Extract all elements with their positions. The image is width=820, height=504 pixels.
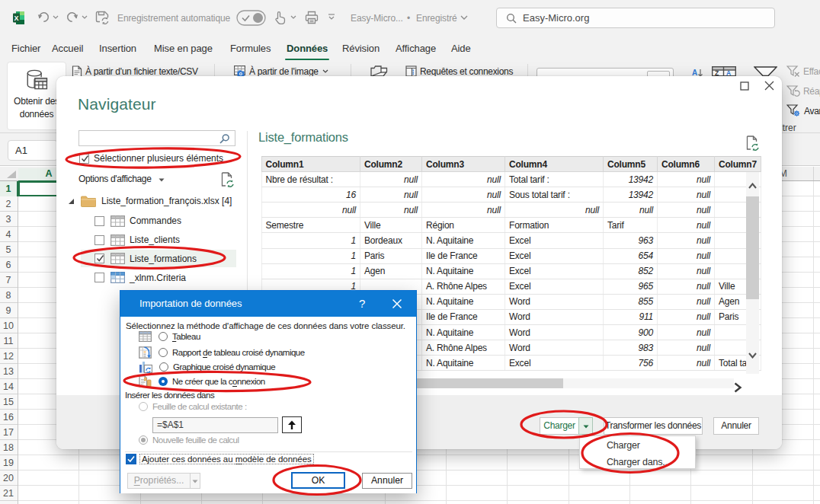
cell-reference-input[interactable]: =$A$1 — [152, 417, 278, 433]
row-headers[interactable]: 12345678910111213141516171819202122 — [0, 181, 18, 504]
refresh-preview-icon-left[interactable] — [221, 172, 234, 187]
row-header-4[interactable]: 4 — [0, 227, 17, 242]
preview-col-header[interactable]: Column7 — [715, 157, 761, 172]
tree-checkbox[interactable] — [94, 273, 104, 282]
vscroll-thumb[interactable] — [746, 196, 759, 299]
load-button[interactable]: Charger — [540, 417, 579, 435]
preview-vscrollbar[interactable] — [746, 172, 759, 374]
refresh-preview-icon-right[interactable] — [746, 136, 759, 151]
existing-sheet-radio[interactable] — [139, 402, 148, 411]
import-option-radio[interactable] — [159, 348, 168, 357]
import-option-radio[interactable] — [159, 377, 168, 386]
tree-item--xlnm-criteria[interactable]: _xlnm.Criteria — [94, 269, 186, 286]
undo-dropdown-icon[interactable] — [53, 15, 59, 19]
preview-col-header[interactable]: Column6 — [658, 157, 715, 172]
preview-col-header[interactable]: Column4 — [505, 157, 604, 172]
scroll-up-icon[interactable] — [748, 183, 757, 189]
clear-filter-button[interactable]: Effac — [786, 65, 820, 78]
import-option-graphique-crois-dynamique[interactable]: Graphique croisé dynamique — [139, 361, 275, 373]
tab-affichage[interactable]: Affichage — [396, 40, 436, 58]
touch-mode-dropdown-icon[interactable] — [290, 15, 296, 19]
row-header-1[interactable]: 1 — [0, 181, 18, 196]
display-options-dropdown[interactable]: Options d'affichage — [78, 174, 165, 184]
undo-icon[interactable] — [37, 11, 50, 24]
add-to-model-row[interactable]: Ajouter ces données au modèle de données — [126, 454, 313, 464]
collapse-dialog-button[interactable] — [282, 416, 302, 433]
navigator-cancel-button[interactable]: Annuler — [713, 417, 759, 435]
row-header-19[interactable]: 19 — [0, 455, 17, 471]
row-header-13[interactable]: 13 — [0, 364, 17, 379]
tab-formules[interactable]: Formules — [230, 40, 271, 58]
row-header-14[interactable]: 14 — [0, 379, 17, 394]
redo-icon[interactable] — [66, 11, 79, 24]
expand-preview-icon[interactable] — [733, 382, 742, 393]
qat-more-icon[interactable] — [328, 14, 335, 20]
tree-root-folder[interactable]: Liste_formation_françois.xlsx [4] — [56, 193, 232, 210]
tree-expander-icon[interactable] — [68, 198, 75, 205]
add-to-model-checkbox[interactable] — [126, 454, 136, 464]
touch-mode-icon[interactable] — [274, 11, 286, 24]
tree-checkbox[interactable] — [94, 254, 104, 263]
row-header-20[interactable]: 20 — [0, 471, 17, 486]
row-header-2[interactable]: 2 — [0, 196, 17, 212]
maximize-icon[interactable] — [740, 81, 749, 91]
tab-aide[interactable]: Aide — [451, 40, 471, 58]
import-option-radio[interactable] — [159, 332, 168, 341]
help-icon[interactable]: ? — [359, 297, 365, 310]
navigator-search-input[interactable] — [78, 130, 235, 146]
close-icon[interactable] — [764, 81, 774, 91]
tree-item-liste-clients[interactable]: Liste_clients — [94, 231, 180, 249]
select-multiple-row[interactable]: Sélectionner plusieurs éléments — [79, 153, 223, 164]
redo-dropdown-icon[interactable] — [82, 15, 88, 19]
row-header-8[interactable]: 8 — [0, 288, 17, 303]
tree-item-commandes[interactable]: Commandes — [94, 212, 181, 230]
preview-col-header[interactable]: Column1 — [261, 157, 360, 172]
row-header-5[interactable]: 5 — [0, 242, 17, 257]
preview-col-header[interactable]: Column3 — [422, 157, 505, 172]
tab-fichier[interactable]: Fichier — [11, 40, 40, 58]
existing-sheet-option[interactable]: Feuille de calcul existante : — [139, 402, 247, 411]
reapply-filter-button[interactable]: Réap — [786, 85, 820, 97]
name-box[interactable]: A1 — [8, 140, 58, 161]
quick-print-icon[interactable] — [305, 11, 319, 24]
tree-item-liste-formations[interactable]: Liste_formations — [81, 250, 236, 267]
ok-button[interactable]: OK — [291, 472, 345, 489]
row-header-6[interactable]: 6 — [0, 257, 17, 273]
row-header-11[interactable]: 11 — [0, 333, 17, 349]
properties-dropdown-button[interactable] — [190, 473, 200, 489]
row-header-12[interactable]: 12 — [0, 349, 17, 364]
autosave-toggle[interactable] — [236, 10, 266, 26]
select-all-corner[interactable] — [6, 171, 17, 179]
tab-accueil[interactable]: Accueil — [52, 40, 83, 58]
save-sync-icon[interactable] — [95, 11, 109, 24]
tab-donn-es[interactable]: Données — [287, 40, 328, 58]
sort-dialog-icon[interactable]: Z A — [712, 66, 736, 76]
document-name[interactable]: Easy-Micro... — [351, 13, 403, 24]
close-icon[interactable] — [392, 298, 402, 309]
recent-sources-icon[interactable] — [370, 65, 388, 77]
preview-col-header[interactable]: Column5 — [604, 157, 658, 172]
scroll-down-icon[interactable] — [748, 352, 757, 359]
import-option-tableau[interactable]: Tableau — [139, 331, 200, 342]
row-header-3[interactable]: 3 — [0, 212, 17, 227]
import-cancel-button[interactable]: Annuler — [362, 473, 412, 489]
menu-item-charger[interactable]: Charger — [607, 440, 640, 451]
queries-connections-button[interactable]: Requêtes et connexions — [405, 65, 513, 77]
new-sheet-option[interactable]: Nouvelle feuille de calcul — [139, 435, 239, 445]
row-header-7[interactable]: 7 — [0, 273, 17, 288]
tab-r-vision[interactable]: Révision — [342, 40, 380, 58]
from-image-button[interactable]: À partir de l'image — [234, 65, 332, 77]
import-option-radio[interactable] — [159, 362, 168, 372]
select-multiple-checkbox[interactable] — [79, 154, 89, 164]
transform-data-button[interactable]: Transformer les données — [604, 417, 703, 435]
properties-button[interactable]: Propriétés... — [127, 473, 191, 489]
load-split-arrow[interactable] — [578, 417, 593, 435]
row-header-17[interactable]: 17 — [0, 425, 17, 440]
saved-status[interactable]: Enregistré — [416, 13, 457, 24]
import-option-ne-cr-er-que-la-connexion[interactable]: Ne créer que la connexion — [139, 375, 265, 388]
tree-checkbox[interactable] — [94, 235, 104, 245]
tree-checkbox[interactable] — [94, 216, 104, 226]
new-sheet-radio[interactable] — [139, 435, 148, 445]
filter-icon[interactable] — [754, 66, 777, 77]
advanced-filter-button[interactable]: Avan — [786, 104, 820, 117]
